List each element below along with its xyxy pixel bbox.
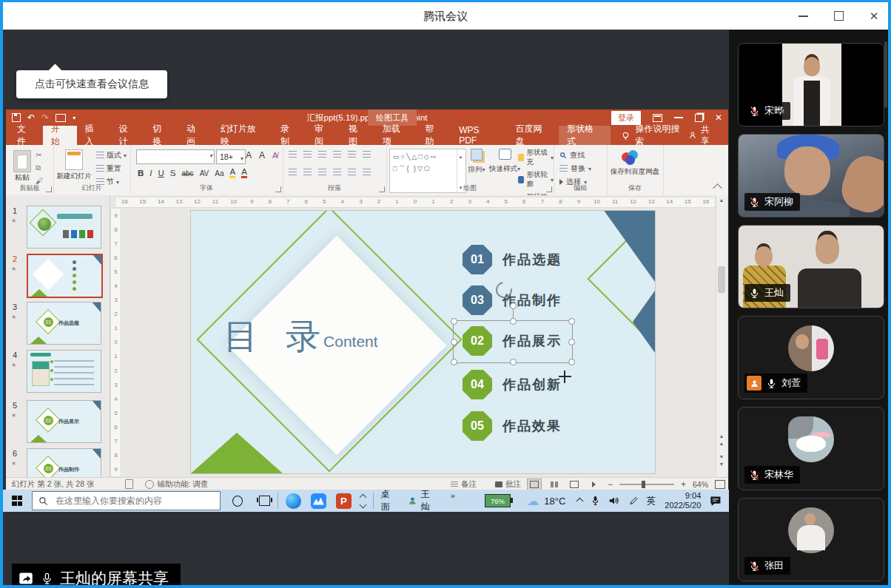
toolbar-scroll-arrows[interactable] <box>360 495 366 507</box>
participant-tile[interactable]: 张田 <box>738 498 884 581</box>
ribbon-tab[interactable]: WPS PDF <box>451 126 507 145</box>
layout-button[interactable]: 版式▾ <box>96 150 127 160</box>
zoom-level[interactable]: 64% <box>693 480 708 489</box>
show-hidden-icons-chevron[interactable] <box>576 497 584 504</box>
justify-icon[interactable] <box>333 169 341 176</box>
participant-tile[interactable]: 刘萱 <box>738 316 884 399</box>
paragraph-dialog-launcher[interactable] <box>379 186 385 192</box>
slide-thumbnail[interactable]: 03 作品制作 <box>27 448 101 477</box>
proofing-icon[interactable] <box>125 479 133 489</box>
font-size-box[interactable]: 18+ <box>216 149 246 164</box>
paste-label[interactable]: 粘贴 <box>6 172 38 183</box>
reset-button[interactable]: 重置 <box>96 163 127 174</box>
new-slide-icon[interactable] <box>65 149 83 170</box>
selection-handle[interactable] <box>451 339 457 345</box>
ribbon-tab[interactable]: 开始 <box>43 126 77 145</box>
slide-canvas[interactable]: 目 录 Content 01 作品选题 03 作品制作 02 作品展示 04 作… <box>191 211 655 473</box>
slide-thumbnail[interactable] <box>27 206 101 249</box>
change-case-button[interactable]: Aa <box>215 169 223 178</box>
desktop-toolbar-label[interactable]: 桌面 <box>381 488 397 513</box>
text-shadow-button[interactable]: S <box>170 169 176 178</box>
selection-handle[interactable] <box>568 318 575 325</box>
reading-view-button[interactable] <box>568 479 581 490</box>
zoom-slider[interactable] <box>619 484 674 485</box>
new-slide-label[interactable]: 新建幻灯片 <box>53 172 95 180</box>
text-direction-icon[interactable] <box>363 151 371 158</box>
selection-handle[interactable] <box>451 359 457 365</box>
start-slideshow-icon[interactable] <box>56 114 66 122</box>
vertical-scrollbar[interactable]: ▲ ▲▲ ▼▼ <box>716 195 727 477</box>
ribbon-tab[interactable]: 动画 <box>178 126 212 145</box>
zoom-out-button[interactable]: − <box>608 479 613 490</box>
redo-icon[interactable]: ↷ <box>41 113 49 122</box>
edge-icon[interactable] <box>286 493 301 509</box>
selection-handle[interactable] <box>451 318 457 325</box>
line-spacing-icon[interactable] <box>348 151 356 158</box>
cortana-icon[interactable] <box>232 496 243 507</box>
user-toolbar[interactable]: 王灿 <box>408 488 437 513</box>
sidebar-scrollbar[interactable] <box>884 41 887 108</box>
toc-item[interactable]: 04 作品创新 <box>463 370 562 399</box>
slide-thumbnail[interactable]: 02 作品展示 <box>27 400 101 443</box>
clipboard-dialog-launcher[interactable] <box>46 186 52 192</box>
scrollbar-thumb[interactable] <box>718 266 725 293</box>
customize-qat-icon[interactable]: ▾ <box>73 115 75 121</box>
bold-button[interactable]: B <box>138 169 144 178</box>
paste-icon[interactable] <box>13 150 31 172</box>
minimize-button[interactable] <box>795 8 811 24</box>
pen-icon[interactable] <box>629 496 638 506</box>
ppt-close-icon[interactable]: ✕ <box>715 112 722 123</box>
ribbon-tab[interactable]: 切换 <box>144 126 178 145</box>
share-button[interactable]: 共享 <box>688 126 718 145</box>
maximize-button[interactable] <box>830 8 847 24</box>
task-view-icon[interactable] <box>259 496 270 506</box>
notification-center-icon[interactable] <box>710 496 722 507</box>
ribbon-tab[interactable]: 设计 <box>110 126 144 145</box>
cut-icon[interactable]: ✂ <box>36 151 43 159</box>
participant-tile[interactable]: 宋阿柳 <box>738 134 884 217</box>
selection-handle[interactable] <box>568 339 575 345</box>
clear-formatting-icon[interactable]: A̸ <box>272 151 278 160</box>
increase-indent-icon[interactable] <box>333 151 341 158</box>
baidu-netdisk-icon[interactable] <box>622 150 641 165</box>
fit-to-window-icon[interactable] <box>715 480 725 489</box>
ribbon-tab[interactable]: 加载项 <box>374 126 417 145</box>
participant-tile[interactable]: 宋林华 <box>738 407 884 490</box>
close-button[interactable]: ✕ <box>866 8 882 24</box>
ribbon-tab[interactable]: 插入 <box>77 126 111 145</box>
slide-sorter-view-button[interactable] <box>548 479 561 490</box>
ppt-minimize-icon[interactable] <box>674 117 683 118</box>
ribbon-tab[interactable]: 形状格式 <box>559 126 611 145</box>
ribbon-display-options-icon[interactable] <box>653 114 662 122</box>
participant-tile[interactable]: 宋晔 <box>738 43 884 126</box>
accessibility-status[interactable]: 辅助功能: 调查 <box>145 479 208 490</box>
save-icon[interactable] <box>12 113 21 122</box>
collapse-ribbon-icon[interactable] <box>713 183 722 193</box>
align-right-icon[interactable] <box>318 169 326 176</box>
speaker-icon[interactable] <box>608 496 620 506</box>
input-method-indicator[interactable]: 英 <box>647 495 656 507</box>
align-left-icon[interactable] <box>289 169 297 176</box>
normal-view-button[interactable] <box>528 479 541 490</box>
tencent-meeting-icon[interactable] <box>311 493 326 509</box>
tray-mic-icon[interactable] <box>591 496 599 506</box>
save-to-netdisk-label[interactable]: 保存到百度网盘 <box>607 167 663 175</box>
slide-thumbnail[interactable]: 01 作品选题 <box>27 302 101 345</box>
next-slide-button[interactable]: ▼▼ <box>716 453 727 468</box>
previous-slide-button[interactable]: ▲▲ <box>716 433 727 447</box>
ppt-restore-icon[interactable] <box>695 114 703 122</box>
ribbon-tab[interactable]: 录制 <box>272 126 306 145</box>
ribbon-tab[interactable]: 幻灯片放映 <box>212 126 273 145</box>
align-center-icon[interactable] <box>303 169 312 176</box>
ribbon-tab[interactable]: 审阅 <box>306 126 340 145</box>
slide-thumbnail[interactable] <box>27 254 103 298</box>
italic-button[interactable]: I <box>149 169 152 178</box>
arrange-button[interactable]: 排列▾ <box>462 149 491 174</box>
selection-handle[interactable] <box>510 359 517 365</box>
meeting-info-tooltip[interactable]: 点击可快速查看会议信息 <box>16 70 167 98</box>
slideshow-view-button[interactable] <box>588 479 601 490</box>
scroll-up-icon[interactable]: ▲ <box>716 197 727 204</box>
powerpoint-taskbar-icon[interactable]: P <box>336 493 352 509</box>
toc-item[interactable]: 01 作品选题 <box>463 245 562 274</box>
temperature-label[interactable]: 18°C <box>544 496 565 507</box>
